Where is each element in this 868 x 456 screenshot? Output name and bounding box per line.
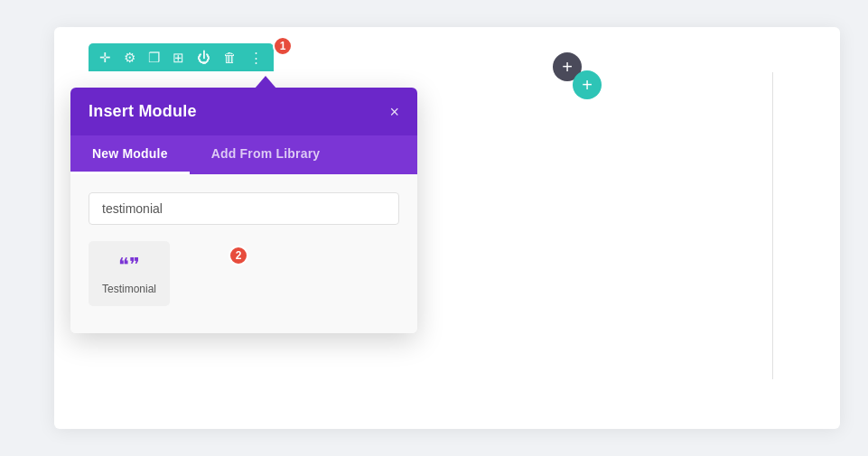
tab-add-from-library[interactable]: Add From Library	[190, 135, 342, 174]
testimonial-icon: ❝❞	[118, 256, 140, 275]
duplicate-icon[interactable]: ❐	[148, 51, 160, 64]
modal-header: Insert Module ×	[70, 88, 417, 135]
delete-icon[interactable]: 🗑	[223, 51, 237, 64]
modal-caret	[255, 76, 276, 88]
badge-1: 1	[273, 36, 293, 56]
tab-new-module[interactable]: New Module	[70, 135, 190, 174]
close-button[interactable]: ×	[389, 104, 399, 120]
testimonial-module-item[interactable]: ❝❞ Testimonial	[89, 241, 170, 306]
toolbar: ✛ ⚙ ❐ ⊞ ⏻ 🗑 ⋮	[89, 43, 274, 71]
testimonial-label: Testimonial	[102, 283, 156, 295]
canvas-divider	[772, 72, 773, 379]
move-icon[interactable]: ✛	[99, 51, 111, 64]
more-icon[interactable]: ⋮	[249, 51, 263, 64]
grid-icon[interactable]: ⊞	[173, 51, 184, 64]
settings-icon[interactable]: ⚙	[124, 51, 135, 64]
insert-module-modal: Insert Module × New Module Add From Libr…	[70, 88, 417, 333]
modal-title: Insert Module	[89, 102, 197, 121]
power-icon[interactable]: ⏻	[197, 51, 210, 64]
search-input[interactable]	[89, 192, 399, 225]
modal-tabs: New Module Add From Library	[70, 135, 417, 174]
plus-teal-button[interactable]: +	[573, 70, 602, 99]
badge-2: 2	[229, 246, 248, 265]
